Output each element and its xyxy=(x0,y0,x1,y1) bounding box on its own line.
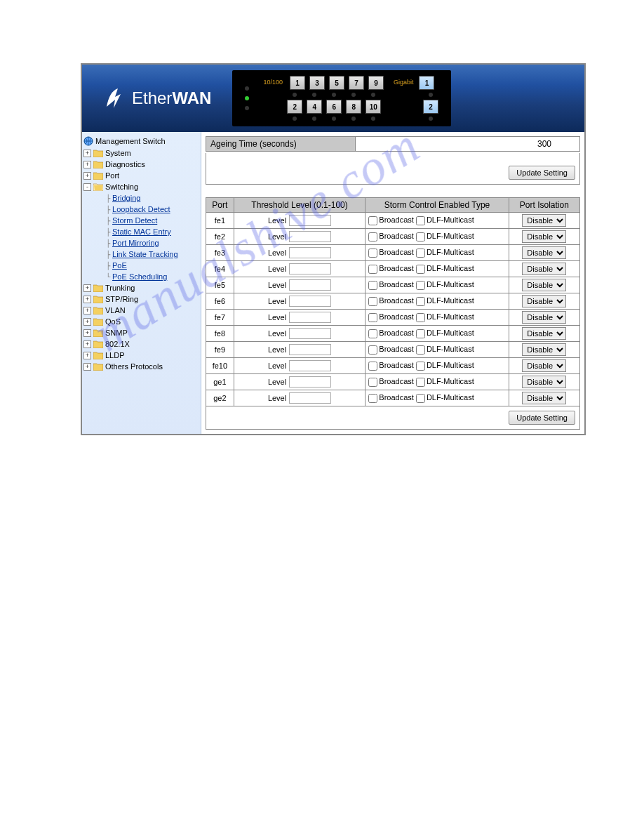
sidebar-link[interactable]: Link State Tracking xyxy=(112,250,178,258)
expand-icon[interactable]: + xyxy=(83,318,91,326)
port-button-6[interactable]: 6 xyxy=(326,100,342,114)
broadcast-checkbox[interactable] xyxy=(368,265,377,274)
threshold-input[interactable] xyxy=(289,247,331,258)
sidebar-link[interactable]: PoE xyxy=(112,261,127,270)
port-button-5[interactable]: 5 xyxy=(329,76,344,90)
sidebar-item-port-mirroring[interactable]: ├Port Mirroring xyxy=(83,237,199,249)
isolation-select[interactable]: Disable xyxy=(522,263,566,275)
sidebar-item-loopback-detect[interactable]: ├Loopback Detect xyxy=(83,204,199,215)
expand-icon[interactable]: + xyxy=(83,161,91,168)
broadcast-checkbox[interactable] xyxy=(368,329,377,338)
sidebar-link[interactable]: Loopback Detect xyxy=(112,205,170,213)
isolation-select[interactable]: Disable xyxy=(522,246,566,259)
update-setting-button[interactable]: Update Setting xyxy=(509,166,575,180)
sidebar-item-switching[interactable]: -Switching xyxy=(83,181,199,192)
port-button-10[interactable]: 10 xyxy=(365,100,381,114)
sidebar-item-lldp[interactable]: +LLDP xyxy=(83,350,199,361)
isolation-select[interactable]: Disable xyxy=(522,279,566,291)
tree-root[interactable]: Management Switch xyxy=(83,135,199,147)
expand-icon[interactable]: + xyxy=(83,296,91,303)
port-button-7[interactable]: 7 xyxy=(349,76,364,90)
sidebar-link[interactable]: Bridging xyxy=(112,194,140,202)
sidebar-item-snmp[interactable]: +SNMP xyxy=(83,327,199,338)
broadcast-checkbox[interactable] xyxy=(368,281,377,290)
isolation-select[interactable]: Disable xyxy=(522,327,566,340)
port-button-8[interactable]: 8 xyxy=(346,100,361,114)
sidebar-item-qos[interactable]: +QoS xyxy=(83,316,199,327)
sidebar-item-system[interactable]: +System xyxy=(83,147,199,159)
dlf-checkbox[interactable] xyxy=(416,249,425,258)
sidebar-item-others-protocols[interactable]: +Others Protocols xyxy=(83,361,199,372)
broadcast-checkbox[interactable] xyxy=(368,249,377,258)
dlf-checkbox[interactable] xyxy=(416,265,425,274)
broadcast-checkbox[interactable] xyxy=(368,313,377,322)
threshold-input[interactable] xyxy=(289,296,331,307)
dlf-checkbox[interactable] xyxy=(416,394,425,403)
collapse-icon[interactable]: - xyxy=(83,183,91,191)
sidebar-item-link-state-tracking[interactable]: ├Link State Tracking xyxy=(83,249,199,260)
sidebar-item-static-mac-entry[interactable]: ├Static MAC Entry xyxy=(83,226,199,237)
sidebar-link[interactable]: Static MAC Entry xyxy=(112,227,171,236)
dlf-checkbox[interactable] xyxy=(416,232,425,241)
port-button-4[interactable]: 4 xyxy=(307,100,322,114)
threshold-input[interactable] xyxy=(289,312,331,323)
isolation-select[interactable]: Disable xyxy=(522,376,566,388)
expand-icon[interactable]: + xyxy=(83,307,91,315)
port-button-9[interactable]: 9 xyxy=(368,76,384,90)
sidebar-item-port[interactable]: +Port xyxy=(83,170,199,181)
dlf-checkbox[interactable] xyxy=(416,362,425,371)
port-button-2[interactable]: 2 xyxy=(287,100,302,114)
sidebar-item-802-1x[interactable]: +802.1X xyxy=(83,338,199,350)
port-button-1[interactable]: 1 xyxy=(290,76,305,90)
sidebar-link[interactable]: PoE Scheduling xyxy=(112,272,167,281)
update-setting-button[interactable]: Update Setting xyxy=(509,411,575,425)
expand-icon[interactable]: + xyxy=(83,340,91,348)
isolation-select[interactable]: Disable xyxy=(522,359,566,372)
isolation-select[interactable]: Disable xyxy=(522,311,566,324)
broadcast-checkbox[interactable] xyxy=(368,232,377,241)
isolation-select[interactable]: Disable xyxy=(522,295,566,307)
dlf-checkbox[interactable] xyxy=(416,329,425,338)
isolation-select[interactable]: Disable xyxy=(522,392,566,404)
sidebar-item-poe-scheduling[interactable]: └PoE Scheduling xyxy=(83,271,199,282)
expand-icon[interactable]: + xyxy=(83,284,91,292)
threshold-input[interactable] xyxy=(289,344,331,355)
threshold-input[interactable] xyxy=(289,263,331,274)
sidebar-link[interactable]: Storm Detect xyxy=(112,216,157,225)
broadcast-checkbox[interactable] xyxy=(368,345,377,355)
broadcast-checkbox[interactable] xyxy=(368,378,377,387)
broadcast-checkbox[interactable] xyxy=(368,216,377,225)
sidebar-item-stp-ring[interactable]: +STP/Ring xyxy=(83,293,199,305)
threshold-input[interactable] xyxy=(289,279,331,291)
sidebar-item-vlan[interactable]: +VLAN xyxy=(83,305,199,316)
sidebar-link[interactable]: Port Mirroring xyxy=(112,239,159,247)
port-button-3[interactable]: 3 xyxy=(309,76,325,90)
sidebar-item-bridging[interactable]: ├Bridging xyxy=(83,192,199,204)
threshold-input[interactable] xyxy=(289,231,331,242)
sidebar-item-diagnostics[interactable]: +Diagnostics xyxy=(83,159,199,170)
threshold-input[interactable] xyxy=(289,392,331,404)
threshold-input[interactable] xyxy=(289,215,331,226)
sidebar-item-poe[interactable]: ├PoE xyxy=(83,260,199,271)
broadcast-checkbox[interactable] xyxy=(368,394,377,403)
threshold-input[interactable] xyxy=(289,376,331,388)
expand-icon[interactable]: + xyxy=(83,352,91,359)
port-button-gig2[interactable]: 2 xyxy=(423,100,438,114)
sidebar-item-trunking[interactable]: +Trunking xyxy=(83,282,199,293)
dlf-checkbox[interactable] xyxy=(416,345,425,355)
sidebar-item-storm-detect[interactable]: ├Storm Detect xyxy=(83,215,199,226)
expand-icon[interactable]: + xyxy=(83,150,91,157)
isolation-select[interactable]: Disable xyxy=(522,214,566,227)
dlf-checkbox[interactable] xyxy=(416,216,425,225)
dlf-checkbox[interactable] xyxy=(416,281,425,290)
broadcast-checkbox[interactable] xyxy=(368,297,377,306)
dlf-checkbox[interactable] xyxy=(416,313,425,322)
expand-icon[interactable]: + xyxy=(83,363,91,371)
threshold-input[interactable] xyxy=(289,360,331,371)
isolation-select[interactable]: Disable xyxy=(522,343,566,356)
broadcast-checkbox[interactable] xyxy=(368,362,377,371)
expand-icon[interactable]: + xyxy=(83,329,91,337)
dlf-checkbox[interactable] xyxy=(416,378,425,387)
isolation-select[interactable]: Disable xyxy=(522,230,566,243)
threshold-input[interactable] xyxy=(289,328,331,339)
